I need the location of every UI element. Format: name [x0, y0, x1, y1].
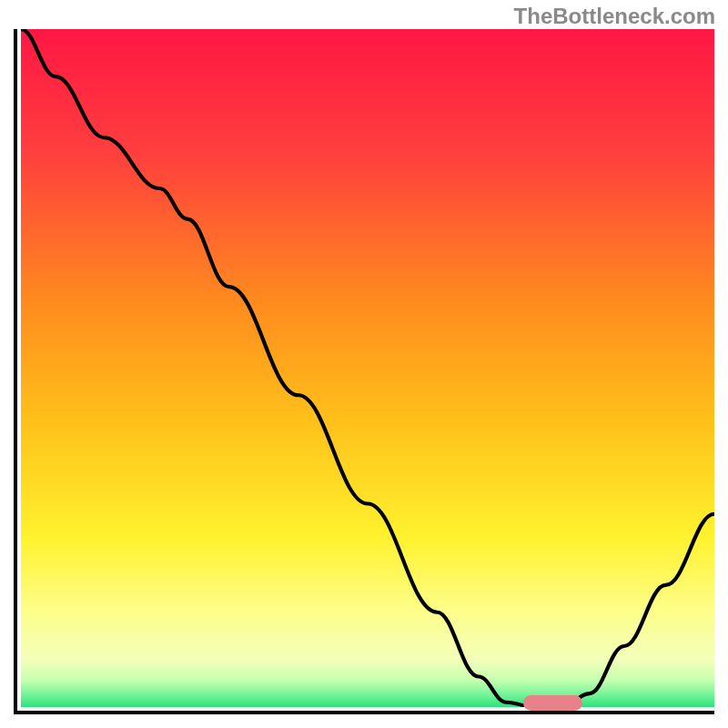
chart-line	[21, 29, 714, 707]
bottleneck-curve-path	[21, 29, 714, 707]
chart-plot-area	[14, 29, 714, 714]
watermark-text: TheBottleneck.com	[514, 4, 715, 29]
optimal-range-marker	[523, 695, 582, 711]
